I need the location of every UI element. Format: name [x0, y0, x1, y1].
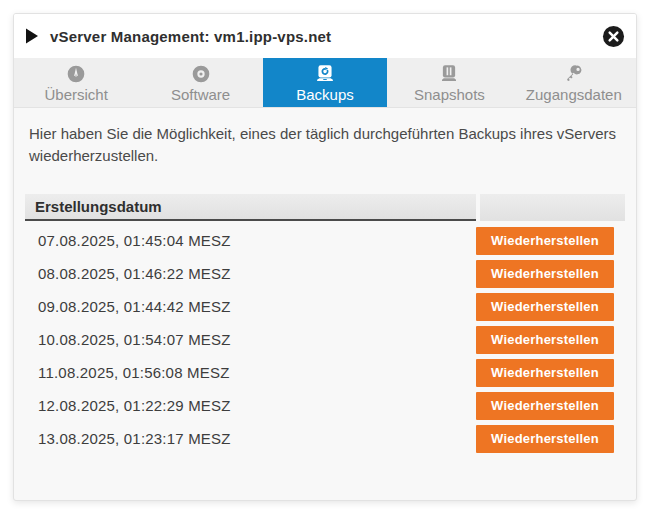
- dialog-title: vServer Management: vm1.ipp-vps.net: [50, 28, 331, 45]
- table-row: 13.08.2025, 01:23:17 MESZ Wiederherstell…: [25, 422, 625, 455]
- tab-zugangsdaten[interactable]: Zugangsdaten: [512, 58, 636, 107]
- close-button[interactable]: [602, 25, 625, 48]
- disc-icon: [191, 63, 211, 84]
- backups-description: Hier haben Sie die Möglichkeit, eines de…: [29, 123, 623, 167]
- backup-date: 09.08.2025, 01:44:42 MESZ: [25, 298, 476, 315]
- play-triangle-icon: [25, 28, 39, 44]
- backup-date: 08.08.2025, 01:46:22 MESZ: [25, 265, 476, 282]
- table-row: 08.08.2025, 01:46:22 MESZ Wiederherstell…: [25, 257, 625, 290]
- tab-label: Software: [171, 86, 230, 103]
- backups-table-body: 07.08.2025, 01:45:04 MESZ Wiederherstell…: [25, 224, 625, 455]
- backup-date: 07.08.2025, 01:45:04 MESZ: [25, 232, 476, 249]
- restore-button[interactable]: Wiederherstellen: [476, 359, 614, 387]
- restore-button[interactable]: Wiederherstellen: [476, 260, 614, 288]
- backup-date: 11.08.2025, 01:56:08 MESZ: [25, 364, 476, 381]
- tab-label: Übersicht: [45, 86, 108, 103]
- tab-bar: Übersicht Software: [14, 58, 636, 108]
- restore-button[interactable]: Wiederherstellen: [476, 392, 614, 420]
- backup-drive-icon: [314, 63, 336, 84]
- table-row: 07.08.2025, 01:45:04 MESZ Wiederherstell…: [25, 224, 625, 257]
- close-icon: [602, 25, 625, 48]
- tab-uebersicht[interactable]: Übersicht: [14, 58, 138, 107]
- tab-backups[interactable]: Backups: [263, 58, 387, 107]
- tab-snapshots[interactable]: Snapshots: [387, 58, 511, 107]
- tab-label: Snapshots: [414, 86, 485, 103]
- backups-panel: Hier haben Sie die Möglichkeit, eines de…: [14, 108, 636, 500]
- restore-button[interactable]: Wiederherstellen: [476, 326, 614, 354]
- restore-button[interactable]: Wiederherstellen: [476, 425, 614, 453]
- backup-date: 12.08.2025, 01:22:29 MESZ: [25, 397, 476, 414]
- key-icon: [563, 63, 584, 84]
- backup-date: 10.08.2025, 01:54:07 MESZ: [25, 331, 476, 348]
- tab-software[interactable]: Software: [138, 58, 262, 107]
- vserver-management-dialog: vServer Management: vm1.ipp-vps.net Üb: [13, 13, 637, 501]
- tab-label: Zugangsdaten: [526, 86, 622, 103]
- table-row: 10.08.2025, 01:54:07 MESZ Wiederherstell…: [25, 323, 625, 356]
- table-row: 09.08.2025, 01:44:42 MESZ Wiederherstell…: [25, 290, 625, 323]
- gauge-icon: [66, 63, 86, 84]
- dialog-titlebar: vServer Management: vm1.ipp-vps.net: [14, 14, 636, 58]
- tab-label: Backups: [296, 86, 354, 103]
- column-header-action: [480, 194, 625, 221]
- column-header-erstellungsdatum: Erstellungsdatum: [25, 194, 476, 221]
- backup-date: 13.08.2025, 01:23:17 MESZ: [25, 430, 476, 447]
- restore-button[interactable]: Wiederherstellen: [476, 293, 614, 321]
- snapshot-drive-icon: [438, 63, 460, 84]
- backups-table-header: Erstellungsdatum: [25, 194, 625, 221]
- table-row: 12.08.2025, 01:22:29 MESZ Wiederherstell…: [25, 389, 625, 422]
- restore-button[interactable]: Wiederherstellen: [476, 227, 614, 255]
- table-row: 11.08.2025, 01:56:08 MESZ Wiederherstell…: [25, 356, 625, 389]
